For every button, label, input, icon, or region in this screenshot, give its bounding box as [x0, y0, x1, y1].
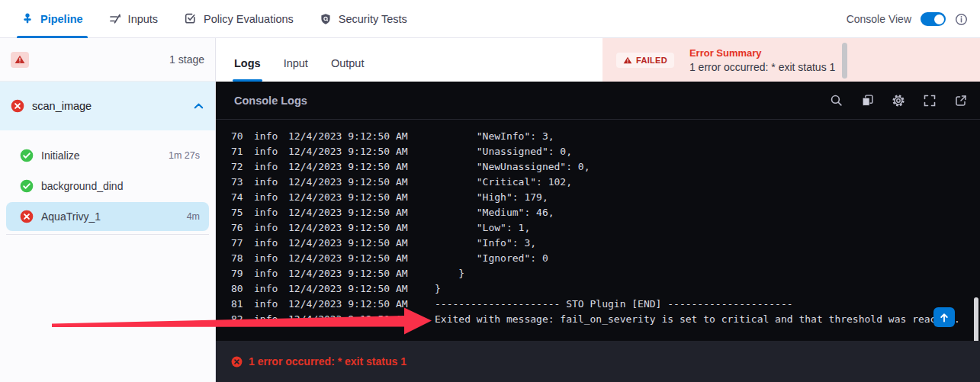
stage-count-label: 1 stage: [169, 53, 204, 66]
failed-status-icon: [11, 99, 24, 113]
tab-output[interactable]: Output: [331, 57, 365, 82]
log-timestamp: 12/4/2023 9:12:50 AM: [288, 191, 435, 203]
detail-tabs: Logs Input Output: [216, 38, 602, 82]
log-timestamp: 12/4/2023 9:12:50 AM: [288, 252, 435, 264]
error-summary-panel: FAILED Error Summary 1 error occurred: *…: [602, 38, 980, 82]
tab-pipeline[interactable]: Pipeline: [21, 0, 83, 38]
scroll-to-top-button[interactable]: [933, 307, 955, 327]
log-message: "Low": 1,: [435, 222, 530, 233]
log-line: 70 info 12/4/2023 9:12:50 AM "NewInfo": …: [216, 131, 980, 143]
log-line: 75 info 12/4/2023 9:12:50 AM "Medium": 4…: [216, 204, 980, 220]
copy-icon[interactable]: [860, 94, 874, 108]
log-line: 76 info 12/4/2023 9:12:50 AM "Low": 1,: [216, 220, 980, 235]
chevron-up-icon[interactable]: [193, 101, 204, 111]
warning-triangle-icon: [623, 56, 632, 64]
log-level: info: [254, 313, 288, 325]
stages-sidebar: 1 stage scan_image Initialize 1m 27s: [0, 38, 216, 382]
stage-name: scan_image: [32, 100, 193, 112]
error-circle-icon: [231, 356, 243, 368]
console-logs-panel: Console Logs 70: [216, 82, 980, 341]
pipeline-execution-page: Pipeline Inputs Policy Evaluations Secur…: [0, 0, 980, 382]
log-line-number: 72: [231, 161, 254, 172]
success-status-icon: [20, 179, 34, 193]
log-message: }: [435, 283, 441, 294]
log-message: Exited with message: fail_on_severity is…: [435, 313, 960, 325]
security-shield-icon: [320, 13, 332, 25]
log-line: 71 info 12/4/2023 9:12:50 AM "Unassigned…: [216, 143, 980, 159]
fullscreen-icon[interactable]: [923, 94, 937, 108]
tab-label: Policy Evaluations: [204, 13, 294, 25]
log-line: 79 info 12/4/2023 9:12:50 AM }: [216, 265, 980, 281]
tab-security-tests[interactable]: Security Tests: [320, 0, 407, 38]
tab-label: Inputs: [128, 13, 159, 25]
log-line-number: 78: [231, 252, 254, 264]
stage-row-scan-image[interactable]: scan_image: [0, 82, 215, 130]
log-level: info: [254, 298, 288, 310]
search-icon[interactable]: [829, 94, 843, 108]
up-arrow-icon: [940, 313, 949, 323]
tab-input[interactable]: Input: [284, 57, 308, 82]
log-timestamp: 12/4/2023 9:12:50 AM: [288, 161, 435, 172]
log-line-number: 75: [231, 207, 254, 218]
sidebar-header: 1 stage: [0, 38, 215, 82]
log-level: info: [254, 237, 288, 249]
log-timestamp: 12/4/2023 9:12:50 AM: [288, 283, 435, 294]
log-line: 78 info 12/4/2023 9:12:50 AM "Ignored": …: [216, 250, 980, 265]
info-icon[interactable]: [955, 13, 968, 26]
log-level: info: [254, 207, 288, 218]
log-line-number: 76: [231, 222, 254, 233]
step-name: Initialize: [41, 149, 169, 162]
step-row-background-dind[interactable]: background_dind: [6, 172, 209, 201]
divider: [6, 234, 209, 235]
console-scrollbar[interactable]: [974, 297, 978, 345]
top-navigation: Pipeline Inputs Policy Evaluations Secur…: [0, 0, 980, 38]
log-timestamp: 12/4/2023 9:12:50 AM: [288, 207, 435, 218]
log-level: info: [254, 176, 288, 188]
toggle-knob: [934, 14, 944, 24]
step-duration: 1m 27s: [169, 150, 200, 161]
log-line-number: 73: [231, 176, 254, 188]
error-summary-title: Error Summary: [689, 47, 835, 59]
log-rows: 70 info 12/4/2023 9:12:50 AM "NewInfo": …: [216, 131, 980, 326]
log-level: info: [254, 268, 288, 279]
log-line-number: 70: [231, 131, 254, 142]
log-timestamp: 12/4/2023 9:12:50 AM: [288, 176, 435, 188]
log-message: "Info": 3,: [435, 237, 536, 249]
log-message: "Unassigned": 0,: [435, 146, 572, 157]
log-message: --------------------- STO Plugin [END] -…: [435, 298, 793, 310]
log-line: 81 info 12/4/2023 9:12:50 AM -----------…: [216, 296, 980, 311]
log-viewport: 70 info 12/4/2023 9:12:50 AM "NewInfo": …: [216, 131, 980, 341]
nav-right-controls: Console View: [847, 0, 968, 38]
log-level: info: [254, 131, 288, 142]
console-toolbar: [829, 94, 968, 108]
failed-status-icon: [20, 210, 34, 223]
console-view-toggle[interactable]: [921, 12, 946, 26]
step-row-initialize[interactable]: Initialize 1m 27s: [6, 141, 209, 170]
log-line: 72 info 12/4/2023 9:12:50 AM "NewUnassig…: [216, 159, 980, 174]
log-message: }: [435, 268, 464, 279]
log-message: "NewInfo": 3,: [435, 131, 554, 142]
log-message: "NewUnassigned": 0,: [435, 161, 590, 172]
open-in-new-icon[interactable]: [954, 94, 968, 108]
log-line-number: 82: [231, 313, 254, 325]
log-level: info: [254, 146, 288, 157]
tab-inputs[interactable]: Inputs: [109, 0, 159, 38]
tab-label: Pipeline: [40, 13, 83, 25]
log-message: "Medium": 46,: [435, 207, 554, 218]
log-line-number: 81: [231, 298, 254, 310]
failed-badge: FAILED: [616, 53, 674, 68]
log-line-number: 77: [231, 237, 254, 249]
log-timestamp: 12/4/2023 9:12:50 AM: [288, 146, 435, 157]
error-panel-scrollbar[interactable]: [842, 43, 847, 79]
tab-policy-evaluations[interactable]: Policy Evaluations: [184, 0, 294, 38]
log-level: info: [254, 222, 288, 233]
step-row-aquatrivy[interactable]: AquaTrivy_1 4m: [6, 202, 209, 231]
log-line-number: 74: [231, 191, 254, 203]
steps-list: Initialize 1m 27s background_dind AquaTr…: [0, 130, 215, 235]
footer-error-message: 1 error occurred: * exit status 1: [249, 355, 406, 368]
log-timestamp: 12/4/2023 9:12:50 AM: [288, 313, 435, 325]
tab-label: Security Tests: [339, 13, 407, 25]
tab-logs[interactable]: Logs: [234, 57, 261, 82]
settings-gear-icon[interactable]: [892, 94, 905, 108]
pipeline-failed-warning-icon: [11, 52, 29, 68]
